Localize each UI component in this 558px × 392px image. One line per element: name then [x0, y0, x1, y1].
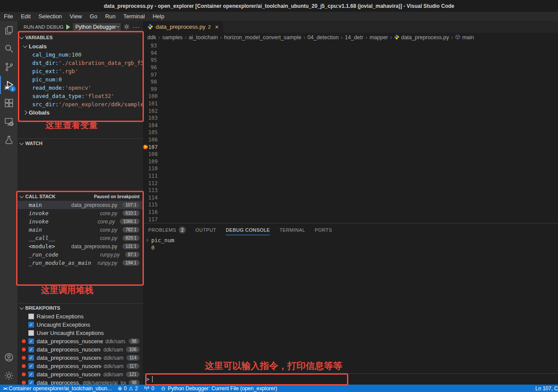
- breakpoint-gutter[interactable]: [143, 216, 148, 223]
- panel-tab-ports[interactable]: PORTS: [315, 223, 332, 237]
- menu-item-file[interactable]: File: [0, 12, 17, 21]
- breakpoint-gutter[interactable]: [143, 179, 148, 187]
- variable-row[interactable]: pic_num: 0: [17, 75, 143, 84]
- checkbox[interactable]: ✓: [28, 355, 34, 361]
- testing-icon[interactable]: [0, 131, 17, 149]
- code-line[interactable]: 107: [143, 143, 558, 151]
- code-line[interactable]: 102: [143, 107, 558, 115]
- menu-item-view[interactable]: View: [66, 12, 86, 21]
- code-line[interactable]: 114: [143, 194, 558, 201]
- code-line[interactable]: 108: [143, 151, 558, 158]
- variable-row[interactable]: saved_data_type: 'float32': [17, 92, 143, 100]
- breadcrumb-item[interactable]: horizon_model_convert_sample: [224, 34, 301, 41]
- settings-gear-icon[interactable]: [0, 366, 17, 385]
- stack-frame-row[interactable]: invokecore.py610:1: [17, 209, 143, 217]
- menu-item-go[interactable]: Go: [86, 12, 101, 21]
- run-and-debug-icon[interactable]: 1: [0, 76, 17, 94]
- file-breakpoint-row[interactable]: ✓data_preprocess_nuscenes.pyddk/sam...10…: [17, 345, 143, 354]
- variables-section-header[interactable]: VARIABLES: [17, 33, 143, 42]
- panel-tab-terminal[interactable]: TERMINAL: [279, 223, 305, 237]
- code-line[interactable]: 115: [143, 201, 558, 209]
- code-line[interactable]: 103: [143, 115, 558, 122]
- code-line[interactable]: 117: [143, 216, 558, 223]
- exception-breakpoint-row[interactable]: User Uncaught Exceptions: [17, 329, 143, 337]
- checkbox[interactable]: [28, 314, 34, 319]
- checkbox[interactable]: ✓: [28, 322, 34, 328]
- file-breakpoint-row[interactable]: ✓data_preprocess_nuscenes.pyddk/sam...11…: [17, 354, 143, 362]
- breakpoint-gutter[interactable]: [143, 86, 148, 93]
- file-breakpoint-row[interactable]: ✓data_preprocess_nuscenes.pyddk/sam...11…: [17, 362, 143, 370]
- variable-row[interactable]: cal_img_num: 100: [17, 51, 143, 59]
- stack-frame-row[interactable]: <module>data_preprocess.py131:1: [17, 242, 143, 250]
- breadcrumb-item[interactable]: data_preprocess.py: [394, 34, 449, 41]
- checkbox[interactable]: ✓: [28, 338, 34, 344]
- tab-data-preprocess[interactable]: data_preprocess.py 2 ×: [143, 21, 223, 33]
- more-actions-icon[interactable]: ···: [133, 24, 140, 30]
- code-line[interactable]: 104: [143, 122, 558, 129]
- code-line[interactable]: 112: [143, 179, 558, 187]
- close-icon[interactable]: ×: [215, 24, 218, 30]
- breakpoint-gutter[interactable]: [143, 100, 148, 108]
- code-line[interactable]: 100: [143, 93, 558, 100]
- stack-frame-row[interactable]: _run_coderunpy.py87:1: [17, 250, 143, 259]
- code-line[interactable]: 98: [143, 78, 558, 86]
- exception-breakpoint-row[interactable]: ✓Uncaught Exceptions: [17, 321, 143, 329]
- explorer-icon[interactable]: [0, 21, 17, 39]
- breadcrumb-item[interactable]: 04_detection: [307, 34, 339, 41]
- breakpoint-gutter[interactable]: [143, 115, 148, 122]
- breakpoint-gutter[interactable]: [143, 64, 148, 71]
- debug-config-dropdown[interactable]: Python Debugger: [73, 23, 121, 31]
- breakpoint-gutter[interactable]: [143, 122, 148, 129]
- code-line[interactable]: 95: [143, 57, 558, 64]
- menu-item-help[interactable]: Help: [149, 12, 168, 21]
- code-line[interactable]: 109: [143, 158, 558, 166]
- remote-explorer-icon[interactable]: [0, 112, 17, 131]
- file-breakpoint-row[interactable]: ✓data_preprocess.pyddk/samples/ai_too...…: [17, 378, 143, 385]
- debug-console-input[interactable]: >: [143, 373, 558, 385]
- panel-tab-output[interactable]: OUTPUT: [195, 223, 216, 237]
- code-line[interactable]: 97: [143, 71, 558, 78]
- breadcrumb-item[interactable]: samples: [162, 34, 183, 41]
- variable-row[interactable]: src_dir: '/open_explorer/ddk/samples/ai_…: [17, 100, 143, 108]
- breakpoint-gutter[interactable]: [143, 209, 148, 216]
- problems-status[interactable]: ⊗ 0 ⚠ 2: [115, 385, 141, 392]
- menu-item-selection[interactable]: Selection: [34, 12, 65, 21]
- breadcrumb-item[interactable]: mapper: [370, 34, 388, 41]
- watch-section-header[interactable]: WATCH: [17, 139, 143, 148]
- breakpoint-gutter[interactable]: [143, 129, 148, 136]
- breakpoint-gutter[interactable]: [143, 50, 148, 57]
- breakpoint-gutter[interactable]: [143, 143, 148, 151]
- search-icon[interactable]: [0, 39, 17, 57]
- debugger-status[interactable]: Python Debugger: Current File (open_expl…: [157, 385, 280, 392]
- locals-scope[interactable]: Locals: [17, 42, 143, 51]
- checkbox[interactable]: ✓: [28, 363, 34, 369]
- breadcrumb-item[interactable]: main: [455, 34, 474, 41]
- variable-row[interactable]: read_mode: 'opencv': [17, 84, 143, 92]
- code-line[interactable]: 101: [143, 100, 558, 108]
- checkbox[interactable]: ✓: [28, 347, 34, 352]
- checkbox[interactable]: ✓: [28, 380, 34, 385]
- breadcrumb-item[interactable]: 14_detr: [345, 34, 363, 41]
- menu-item-terminal[interactable]: Terminal: [119, 12, 149, 21]
- breadcrumb-item[interactable]: ai_toolchain: [189, 34, 218, 41]
- breakpoints-section-header[interactable]: BREAKPOINTS: [17, 303, 143, 312]
- breakpoint-gutter[interactable]: [143, 158, 148, 166]
- debug-settings-gear-icon[interactable]: [123, 24, 130, 30]
- code-line[interactable]: 106: [143, 136, 558, 144]
- breakpoint-gutter[interactable]: [143, 71, 148, 78]
- stack-frame-row[interactable]: _run_module_as_mainrunpy.py194:1: [17, 259, 143, 267]
- variable-row[interactable]: dst_dir: './calibration_data_rgb_f32': [17, 59, 143, 67]
- breakpoint-gutter[interactable]: [143, 57, 148, 64]
- source-control-icon[interactable]: [0, 57, 17, 76]
- breakpoint-gutter[interactable]: [143, 165, 148, 172]
- menu-item-run[interactable]: Run: [101, 12, 119, 21]
- panel-tab-problems[interactable]: PROBLEMS2: [148, 223, 186, 237]
- code-editor[interactable]: 9394959697989910010110210310410510610710…: [143, 42, 558, 223]
- file-breakpoint-row[interactable]: ✓data_preprocess_nuscenes.pyddk/sam...98: [17, 337, 143, 345]
- code-line[interactable]: 113: [143, 187, 558, 194]
- breadcrumb-item[interactable]: ddk: [147, 34, 156, 41]
- breakpoint-gutter[interactable]: [143, 201, 148, 209]
- cursor-position[interactable]: Ln 107, C: [532, 385, 558, 392]
- breakpoint-gutter[interactable]: [143, 194, 148, 201]
- stack-frame-row[interactable]: __call__core.py829:1: [17, 234, 143, 242]
